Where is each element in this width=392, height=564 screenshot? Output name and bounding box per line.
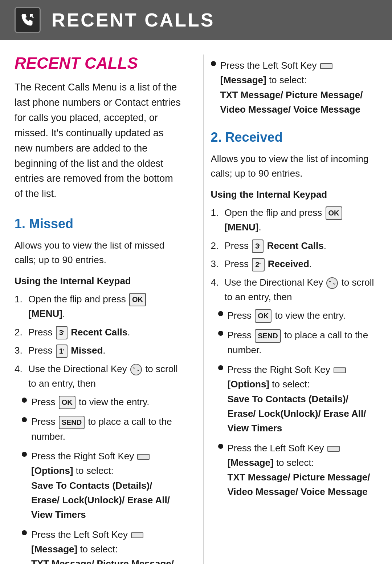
key1-badge: 1′ — [56, 345, 68, 358]
bullet-item: Press SEND to place a call to the number… — [22, 414, 181, 444]
bullet-dot — [22, 398, 27, 403]
bullet-item: Press the Left Soft Key [Message] to sel… — [211, 58, 378, 117]
page-content: RECENT CALLS The Recent Calls Menu is a … — [0, 40, 392, 564]
left-soft-key-icon — [320, 63, 332, 69]
section-received: 2. Received Allows you to view the list … — [211, 130, 378, 499]
section2-steps: 1. Open the flip and press OK [MENU]. 2.… — [211, 205, 378, 305]
intro-text: The Recent Calls Menu is a list of the l… — [15, 80, 181, 202]
section2-body: Allows you to view the list of incoming … — [211, 152, 378, 181]
section1-body: Allows you to view the list of missed ca… — [15, 238, 181, 267]
right-soft-key-icon — [137, 454, 150, 460]
header-icon-box — [15, 7, 41, 33]
send-key-badge: SEND — [255, 329, 281, 343]
section1-steps: 1. Open the flip and press OK [MENU]. 2.… — [15, 292, 181, 391]
directional-key-icon: ⌃⌄ — [130, 364, 142, 375]
key3-badge: 3′ — [252, 239, 264, 253]
step-item: 3. Press 1′ Missed. — [15, 343, 181, 358]
left-soft-key-icon — [327, 446, 340, 452]
send-key-badge: SEND — [59, 416, 85, 429]
step-item: 3. Press 2° Received. — [211, 257, 378, 271]
bullet-dot — [218, 365, 223, 370]
bullet-item: Press the Left Soft Key [Message] to sel… — [218, 441, 378, 499]
section2-bullets: Press OK to view the entry. Press SEND t… — [218, 308, 378, 499]
right-soft-key-icon — [334, 367, 346, 373]
section1-bullets: Press OK to view the entry. Press SEND t… — [22, 395, 181, 564]
left-column: RECENT CALLS The Recent Calls Menu is a … — [15, 55, 189, 564]
bullet-item: Press SEND to place a call to the number… — [218, 328, 378, 357]
bullet-dot — [218, 444, 223, 449]
phone-icon — [20, 12, 36, 28]
bullet-dot — [22, 530, 27, 535]
page-header: RECENT CALLS — [0, 0, 392, 40]
key3-badge: 3′ — [56, 326, 68, 339]
bullet-item: Press the Left Soft Key [Message] to sel… — [22, 527, 181, 564]
step-item: 4. Use the Directional Key ⌃⌄ to scroll … — [15, 362, 181, 391]
bullet-item: Press the Right Soft Key [Options] to se… — [22, 449, 181, 522]
ok-key-badge: OK — [59, 396, 75, 409]
page-section-title: RECENT CALLS — [15, 55, 181, 72]
bullet-dot — [211, 61, 216, 66]
ok-key-badge: OK — [129, 293, 146, 306]
step-item: 1. Open the flip and press OK [MENU]. — [211, 205, 378, 235]
bullet-dot — [218, 331, 223, 336]
step-item: 2. Press 3′ Recent Calls. — [15, 325, 181, 340]
section2-subsection-title: Using the Internal Keypad — [211, 189, 378, 200]
right-top-bullets: Press the Left Soft Key [Message] to sel… — [211, 58, 378, 117]
bullet-dot — [22, 417, 27, 422]
bullet-dot — [22, 452, 27, 457]
step-item: 4. Use the Directional Key ⌃⌄ to scroll … — [211, 275, 378, 305]
step-item: 1. Open the flip and press OK [MENU]. — [15, 292, 181, 321]
section2-heading: 2. Received — [211, 130, 378, 145]
ok-key-badge: OK — [255, 309, 271, 323]
ok-key-badge: OK — [326, 206, 342, 220]
bullet-item: Press the Right Soft Key [Options] to se… — [218, 362, 378, 435]
section-missed: 1. Missed Allows you to view the list of… — [15, 216, 181, 564]
bullet-dot — [218, 311, 223, 316]
directional-key-icon: ⌃⌄ — [326, 277, 338, 289]
bullet-item: Press OK to view the entry. — [22, 395, 181, 410]
right-column: Press the Left Soft Key [Message] to sel… — [203, 55, 378, 564]
section1-subsection-title: Using the Internal Keypad — [15, 275, 181, 287]
section1-heading: 1. Missed — [15, 216, 181, 231]
step-item: 2. Press 3′ Recent Calls. — [211, 238, 378, 253]
key2-badge: 2° — [252, 258, 264, 271]
bullet-item: Press OK to view the entry. — [218, 308, 378, 323]
header-title: RECENT CALLS — [52, 9, 215, 31]
left-soft-key-icon — [131, 532, 143, 538]
